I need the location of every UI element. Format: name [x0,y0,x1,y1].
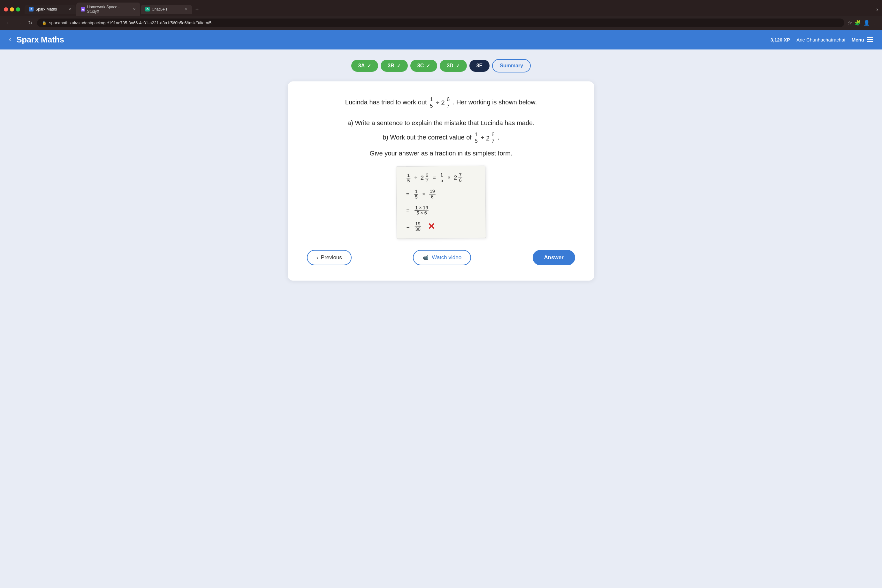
part-a-text: a) Write a sentence to explain the mista… [347,119,535,126]
tab-sparx[interactable]: S Sparx Maths ✕ [25,5,76,14]
tab-3C[interactable]: 3C ✓ [410,60,437,72]
wrong-mark: ✕ [428,221,435,232]
answer-button[interactable]: Answer [533,250,575,265]
close-button[interactable] [4,8,8,12]
wl1-mixed: 2 67 [421,173,430,183]
wl2-op: × [422,191,425,197]
wl1-eq: = [433,175,436,181]
wl4-frac: 1930 [415,222,421,232]
part-b: b) Work out the correct value of 15 ÷ 2 … [307,132,575,144]
part-b-frac: 15 [474,132,478,144]
tab-3E-label: 3E [476,63,483,69]
tab-3C-label: 3C [418,63,424,69]
url-display: sparxmaths.uk/student/package/191ac735-8… [49,20,211,25]
new-tab-button[interactable]: + [192,5,201,14]
wl1-frac1: 15 [407,173,410,183]
tab-close-sparx[interactable]: ✕ [68,8,71,12]
part-b-op: ÷ [481,134,486,141]
watch-video-label: Watch video [432,254,461,261]
tab-sparx-label: Sparx Maths [35,7,57,12]
tab-chatgpt[interactable]: G ChatGPT ✕ [141,5,192,14]
chatgpt-favicon: G [145,7,150,12]
user-name: Arie Chunhachatrachai [796,37,845,42]
part-a: a) Write a sentence to explain the mista… [307,118,575,128]
part-b-mixed: 2 67 [486,132,496,144]
video-camera-icon: 📹 [422,255,428,261]
address-bar[interactable]: 🔒 sparxmaths.uk/student/package/191ac735… [37,18,844,27]
back-nav-button[interactable]: ← [5,20,12,26]
tab-3B[interactable]: 3B ✓ [381,60,407,72]
check-3D-icon: ✓ [456,63,460,68]
wl1-op1: ÷ [414,175,418,182]
intro-op: ÷ [436,99,441,106]
part-b-line2-text: Give your answer as a fraction in its si… [370,150,512,157]
browser-actions: ☆ 🧩 👤 ⋮ [847,20,877,26]
menu-label: Menu [852,37,864,42]
intro-frac: 15 [429,97,433,109]
part-b-line2: Give your answer as a fraction in its si… [307,148,575,158]
task-tabs: 3A ✓ 3B ✓ 3C ✓ 3D ✓ 3E Summary [351,59,531,72]
hamburger-icon [867,38,873,42]
work-line-1: 15 ÷ 2 67 = 15 × 2 76 [406,172,475,183]
work-line-3: = 1 × 195 × 6 [406,205,476,216]
extension-icon[interactable]: 🧩 [855,20,861,26]
question-card: Lucinda has tried to work out 15 ÷ 2 67 … [288,81,594,280]
lock-icon: 🔒 [42,21,47,25]
wl1-result: 2 76 [454,172,463,183]
check-3A-icon: ✓ [367,63,371,68]
tab-3D[interactable]: 3D ✓ [440,60,467,72]
nav-right: 3,120 XP Arie Chunhachatrachai Menu [771,37,873,42]
tab-close-chatgpt[interactable]: ✕ [185,8,188,12]
watch-video-button[interactable]: 📹 Watch video [413,250,471,265]
work-line-4: = 1930 ✕ [407,221,476,232]
app-back-button[interactable]: ‹ [9,35,11,44]
minimize-button[interactable] [10,8,14,12]
check-3C-icon: ✓ [426,63,430,68]
wl1-frac2: 15 [440,173,443,183]
sparx-favicon: S [29,7,33,12]
bookmark-icon[interactable]: ☆ [847,20,852,26]
tab-3E[interactable]: 3E [469,60,490,72]
wl1-op2: × [448,175,451,181]
browser-chrome: S Sparx Maths ✕ ★ Homework Space - Study… [0,0,882,30]
bottom-actions: ‹ Previous 📹 Watch video Answer [307,250,575,265]
wl2-eq: = [406,191,409,198]
profile-icon[interactable]: 👤 [864,20,870,26]
main-content: 3A ✓ 3B ✓ 3C ✓ 3D ✓ 3E Summary [0,50,882,588]
xp-display: 3,120 XP [771,37,790,42]
wl3-eq: = [406,207,409,214]
forward-nav-button[interactable]: → [15,20,23,26]
refresh-nav-button[interactable]: ↻ [26,20,34,26]
check-3B-icon: ✓ [397,63,401,68]
tab-close-studyx[interactable]: ✕ [133,8,136,12]
tab-studyx[interactable]: ★ Homework Space - StudyX ✕ [76,3,140,16]
tab-summary[interactable]: Summary [492,59,531,72]
wl4-eq: = [407,224,410,230]
intro-text: Lucinda has tried to work out [345,99,428,106]
menu-button[interactable]: Menu [852,37,873,42]
more-options-icon[interactable]: ⋮ [872,20,877,26]
wl2-frac1: 15 [415,189,418,200]
question-intro: Lucinda has tried to work out 15 ÷ 2 67 … [307,97,575,109]
tab-chatgpt-label: ChatGPT [152,7,168,12]
app-nav: ‹ Sparx Maths 3,120 XP Arie Chunhachatra… [0,30,882,50]
work-line-2: = 15 × 196 [406,189,476,200]
tab-more-button[interactable]: › [876,6,878,13]
app-logo: Sparx Maths [16,35,64,45]
intro-suffix: . Her working is shown below. [453,99,537,106]
previous-chevron-icon: ‹ [317,254,319,261]
maximize-button[interactable] [16,8,20,12]
wl3-frac: 1 × 195 × 6 [415,205,429,216]
tab-studyx-label: Homework Space - StudyX [87,5,131,14]
working-image: 15 ÷ 2 67 = 15 × 2 76 = [396,166,486,239]
tab-3A[interactable]: 3A ✓ [351,60,378,72]
tab-3B-label: 3B [388,63,394,69]
part-b-suffix: . [497,134,499,141]
intro-mixed: 2 67 [441,97,451,109]
tab-3D-label: 3D [447,63,453,69]
address-bar-row: ← → ↻ 🔒 sparxmaths.uk/student/package/19… [0,16,882,30]
tab-3A-label: 3A [358,63,365,69]
traffic-lights [4,8,20,12]
previous-button[interactable]: ‹ Previous [307,250,352,265]
tab-summary-label: Summary [500,63,523,69]
